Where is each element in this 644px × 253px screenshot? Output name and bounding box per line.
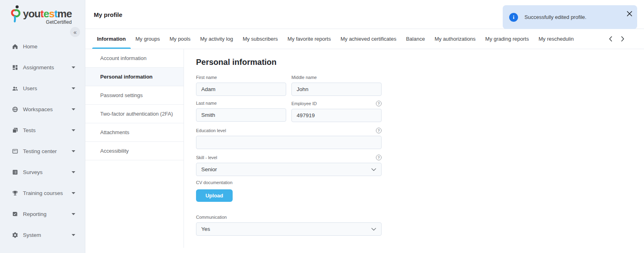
sidebar-item-label: Workspaces [23, 106, 53, 112]
sidebar-item-users[interactable]: Users [0, 78, 85, 99]
double-chevron-left-icon: « [74, 29, 77, 35]
chevron-down-icon [72, 171, 75, 173]
logo-subtitle: GetCertified [46, 19, 72, 25]
cv-documentation-label: CV documentation [196, 180, 233, 185]
sidebar-item-assignments[interactable]: Assignments [0, 57, 85, 78]
first-name-input[interactable] [196, 83, 286, 96]
first-name-label: First name [196, 75, 217, 80]
main-sidebar: youtestme GetCertified « Home Assignment… [0, 0, 85, 253]
page-header: My profile i Successfully edited profile… [85, 0, 644, 29]
middle-name-input[interactable] [291, 83, 382, 96]
monitor-icon [12, 148, 19, 155]
education-level-label: Education level [196, 128, 226, 133]
skill-level-label: Skill - level [196, 155, 217, 160]
chevron-down-icon [371, 168, 376, 171]
info-icon: i [509, 13, 518, 22]
home-icon [12, 43, 19, 50]
tab-my-pools[interactable]: My pools [165, 29, 195, 49]
chevron-down-icon [72, 213, 75, 215]
logo-letter: me [58, 8, 72, 20]
help-icon[interactable]: ? [376, 155, 382, 160]
middle-name-label: Middle name [291, 75, 317, 80]
sidebar-item-system[interactable]: System [0, 224, 85, 245]
globe-icon [12, 106, 19, 113]
sidebar-item-label: Surveys [23, 169, 43, 175]
communication-value: Yes [196, 222, 382, 236]
close-icon[interactable] [626, 10, 633, 17]
logo-letter: e [43, 8, 49, 20]
sidebar-item-home[interactable]: Home [0, 36, 85, 57]
tab-balance[interactable]: Balance [401, 29, 430, 49]
employee-id-input[interactable] [291, 109, 382, 122]
logo-letter: s [49, 8, 54, 20]
chevron-down-icon [72, 150, 75, 152]
sidebar-item-label: Users [23, 85, 37, 91]
chevron-down-icon [72, 192, 75, 194]
information-content: Account information Personal information… [85, 49, 644, 253]
last-name-label: Last name [196, 101, 217, 106]
section-attachments[interactable]: Attachments [85, 123, 184, 142]
communication-select[interactable]: Yes [196, 222, 382, 236]
notification-message: Successfully edited profile. [524, 14, 586, 20]
section-personal-information[interactable]: Personal information [85, 68, 184, 86]
tab-my-favorite-reports[interactable]: My favorite reports [283, 29, 336, 49]
sidebar-item-workspaces[interactable]: Workspaces [0, 99, 85, 120]
app-logo: youtestme GetCertified [0, 0, 85, 25]
section-password-settings[interactable]: Password settings [85, 86, 184, 105]
last-name-input[interactable] [196, 108, 286, 122]
help-icon[interactable]: ? [376, 128, 382, 133]
sidebar-item-label: Assignments [23, 64, 54, 71]
chevron-right-icon[interactable] [619, 35, 626, 43]
tab-my-activity-log[interactable]: My activity log [195, 29, 238, 49]
upload-button[interactable]: Upload [196, 189, 233, 202]
skill-level-select[interactable]: Senior [196, 163, 382, 176]
help-icon[interactable]: ? [376, 101, 382, 106]
chevron-down-icon [371, 228, 376, 231]
chevron-down-icon [72, 129, 75, 131]
tab-my-subscribers[interactable]: My subscribers [238, 29, 283, 49]
logo-letter: t [54, 8, 58, 20]
list-icon [12, 169, 19, 176]
logo-letter: you [23, 8, 40, 20]
chevron-left-icon[interactable] [607, 35, 614, 43]
tab-my-reschedulings[interactable]: My reschedulin [534, 29, 578, 49]
logo-mark-icon [10, 5, 21, 23]
education-level-input[interactable] [196, 136, 382, 149]
gear-icon [12, 232, 19, 238]
sidebar-item-label: Tests [23, 127, 36, 133]
layers-icon [12, 127, 19, 134]
success-notification: i Successfully edited profile. [503, 5, 637, 29]
tab-my-achieved-certificates[interactable]: My achieved certificates [336, 29, 401, 49]
page-title: My profile [94, 11, 122, 18]
tab-my-grading-reports[interactable]: My grading reports [481, 29, 534, 49]
sidebar-item-surveys[interactable]: Surveys [0, 162, 85, 182]
chevron-down-icon [72, 66, 75, 68]
personal-information-form: Personal information First name Middle n… [184, 49, 382, 253]
tab-pager [607, 29, 626, 49]
section-two-factor-authentication[interactable]: Two-factor authentication (2FA) [85, 105, 184, 123]
profile-tabbar: Information My groups My pools My activi… [85, 29, 644, 49]
section-account-information[interactable]: Account information [85, 49, 184, 68]
tab-my-authorizations[interactable]: My authorizations [430, 29, 481, 49]
logo-letter: t [40, 8, 43, 20]
sidebar-item-training-courses[interactable]: Training courses [0, 182, 85, 203]
sidebar-item-label: Home [23, 44, 37, 50]
sidebar-item-label: Testing center [23, 148, 57, 154]
trophy-icon [12, 190, 19, 197]
section-accessibility[interactable]: Accessibility [85, 142, 184, 160]
users-icon [12, 85, 19, 92]
sidebar-item-testing-center[interactable]: Testing center [0, 141, 85, 162]
sidebar-item-reporting[interactable]: Reporting [0, 203, 85, 224]
sidebar-item-label: System [23, 232, 41, 238]
sidebar-item-tests[interactable]: Tests [0, 120, 85, 141]
main-area: My profile i Successfully edited profile… [85, 0, 644, 253]
chevron-down-icon [72, 87, 75, 89]
skill-level-value: Senior [196, 163, 382, 176]
sidebar-item-label: Reporting [23, 211, 47, 217]
form-title: Personal information [196, 57, 382, 67]
chevron-down-icon [72, 234, 75, 236]
tab-information[interactable]: Information [92, 29, 131, 49]
communication-label: Communication [196, 215, 227, 220]
logo-wordmark: youtestme [23, 8, 72, 19]
tab-my-groups[interactable]: My groups [131, 29, 165, 49]
